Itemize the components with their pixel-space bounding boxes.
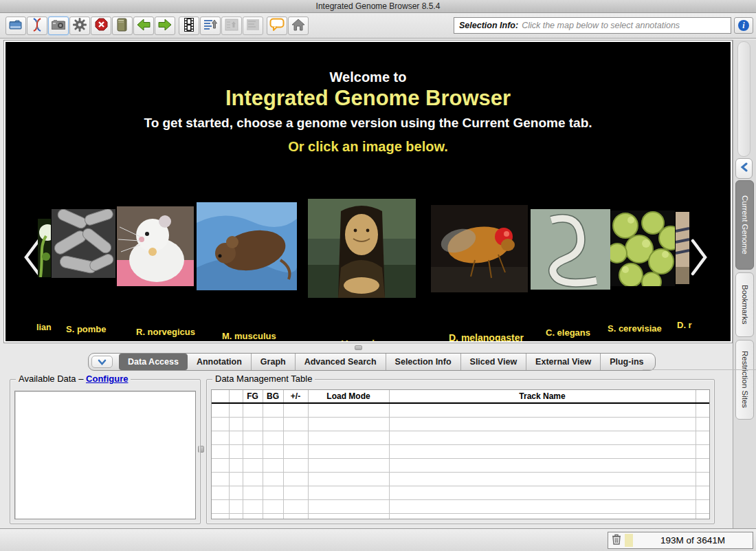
configure-link[interactable]: Configure [86,374,128,384]
garbage-collect-button[interactable] [608,532,625,548]
table-row[interactable] [212,444,709,458]
dna-icon [31,18,43,34]
table-row[interactable] [212,499,709,513]
welcome-click-image: Or click an image below. [5,139,731,155]
open-file-button[interactable] [5,17,26,35]
window-titlebar[interactable]: Integrated Genome Browser 8.5.4 [0,0,756,13]
memory-widget[interactable]: 193M of 3641M [608,532,753,549]
organism-label-h-sapiens: H. sapiens [341,338,392,341]
tab-data-access[interactable]: Data Access [119,354,188,370]
organism-label-d-melanogaster: D. melanogaster [449,332,524,341]
right-sidebar: Current Genome Bookmarks Restriction Sit… [733,40,756,528]
tab-selection-info[interactable]: Selection Info [386,354,460,370]
tab-plug-ins[interactable]: Plug-ins [600,354,652,370]
table-row[interactable] [212,513,709,519]
web-links-button[interactable] [112,17,133,35]
feedback-button[interactable] [267,17,287,35]
col-strand[interactable]: +/- [283,390,308,403]
tab-annotation[interactable]: Annotation [188,354,251,370]
col-bg[interactable]: BG [263,390,283,403]
selection-info-field[interactable]: Selection Info:Click the map below to se… [454,17,731,34]
table-row[interactable] [212,431,709,444]
table-row[interactable] [212,403,709,417]
table-row[interactable] [212,472,709,486]
camera-icon [52,19,65,32]
available-data-title: Available Data – Configure [16,374,131,384]
dna-sequence-button[interactable] [27,17,47,35]
table-row[interactable] [212,486,709,499]
available-data-list[interactable] [14,391,196,519]
organism-image-d-melanogaster[interactable] [431,205,528,292]
sidebar-collapse-strip[interactable] [737,41,751,157]
home-icon [291,19,305,34]
data-management-table[interactable]: FG BG +/- Load Mode Track Name [211,389,710,519]
organism-image-m-musculus[interactable] [197,202,297,290]
sidebar-tab-restriction-sites[interactable]: Restriction Sites [735,340,754,420]
organism-image-thaliana-partial[interactable] [38,219,51,277]
preferences-button[interactable] [69,17,90,35]
tab-strip-baseline [643,369,756,370]
sidebar-tab-bookmarks[interactable]: Bookmarks [735,272,754,337]
available-data-panel: Available Data – Configure [10,379,201,524]
film-strip-icon [184,18,194,34]
organism-label-s-cerevisiae: S. cerevisiae [608,323,662,334]
sliced-view-button[interactable] [179,17,199,35]
minimize-tabs-button[interactable] [91,356,113,368]
organism-label-thaliana: lian [36,323,52,332]
sidebar-collapse-button[interactable] [735,158,753,179]
load-data-button[interactable] [200,17,221,35]
organism-label-m-musculus: M. musculus [222,331,276,341]
snapshot-camera-button[interactable] [48,17,69,35]
forward-arrow-icon [158,19,172,34]
tab-advanced-search[interactable]: Advanced Search [295,354,386,370]
tab-sliced-view[interactable]: Sliced View [460,354,526,370]
col-track-name[interactable]: Track Name [389,390,696,403]
sidebar-tab-current-genome[interactable]: Current Genome [735,180,754,270]
list-disabled-icon [246,19,260,34]
table-row[interactable] [212,458,709,472]
chevron-down-icon [98,356,107,368]
tab-graph[interactable]: Graph [251,354,295,370]
genome-map-view[interactable]: Welcome to Integrated Genome Browser To … [3,40,733,343]
tab-external-view[interactable]: External View [526,354,600,370]
organism-image-h-sapiens[interactable] [308,199,416,298]
organism-label-d-rerio: D. r [677,320,692,330]
organism-label-c-elegans: C. elegans [546,327,590,338]
organism-label-r-norvegicus: R. norvegicus [136,327,195,337]
book-icon [117,18,128,34]
organism-label-s-pombe: S. pombe [66,324,107,334]
open-folder-icon [9,19,23,33]
col-load-mode[interactable]: Load Mode [308,390,389,403]
organism-image-s-pombe[interactable] [52,209,115,278]
organism-image-s-cerevisiae[interactable] [610,210,675,286]
col-fg[interactable]: FG [243,390,263,403]
chevron-left-icon [740,162,748,175]
welcome-line1: Welcome to [5,69,731,85]
carousel-next-icon[interactable] [687,238,711,277]
table-header-row: FG BG +/- Load Mode Track Name [212,390,709,403]
selection-info-text: Click the map below to select annotation… [522,21,680,30]
back-button[interactable] [133,17,154,35]
home-button[interactable] [288,17,309,35]
table-row[interactable] [212,417,709,431]
data-management-panel: Data Management Table FG BG +/- Load Mod… [206,379,715,524]
organism-image-d-rerio-partial[interactable] [676,212,689,284]
welcome-title: Integrated Genome Browser [5,86,731,111]
selection-details-button[interactable]: i [734,17,753,34]
organism-image-r-norvegicus[interactable] [117,206,194,286]
welcome-screen: Welcome to Integrated Genome Browser To … [5,42,731,341]
horizontal-splitter-handle[interactable] [355,345,362,350]
bottom-tab-strip: Data Access Annotation Graph Advanced Se… [88,353,656,371]
load-sequence-disabled-icon [225,19,238,34]
window-title: Integrated Genome Browser 8.5.4 [316,1,441,11]
organism-image-c-elegans[interactable] [531,209,610,290]
welcome-instruction: To get started, choose a genome version … [5,116,731,131]
sidebar-tab-label: Bookmarks [741,285,749,325]
load-data-icon [203,19,217,34]
col-blank3 [696,390,709,403]
sidebar-tab-label: Restriction Sites [741,351,749,408]
forward-button[interactable] [155,17,175,35]
col-blank2 [229,390,243,403]
stop-button[interactable] [91,17,111,35]
stop-icon [95,18,108,34]
